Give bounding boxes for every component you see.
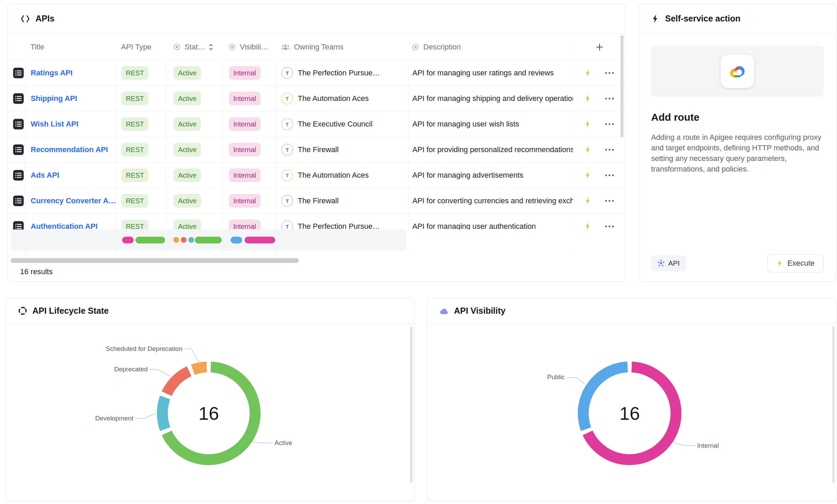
segment-label: Development	[95, 415, 133, 422]
lightning-icon	[651, 14, 660, 24]
api-entity-icon	[13, 67, 24, 79]
visibility-badge: Internal	[229, 92, 261, 105]
single-select-icon	[229, 43, 236, 50]
table-body: Ratings APIRESTActiveInternalTThe Perfec…	[8, 60, 625, 229]
row-icon-column-header	[8, 34, 25, 60]
apis-card-header: APIs	[8, 4, 625, 34]
summary-pill	[195, 237, 222, 243]
table-row[interactable]: Recommendation APIRESTActiveInternalTThe…	[8, 137, 625, 163]
api-type-badge: REST	[121, 117, 148, 131]
api-title-link[interactable]: Authentication API	[31, 222, 98, 229]
run-action-icon[interactable]	[584, 171, 592, 180]
column-header-description[interactable]: Description	[408, 34, 573, 60]
api-type-badge: REST	[121, 194, 148, 208]
status-badge: Active	[174, 168, 201, 182]
row-menu-button[interactable]	[605, 123, 614, 125]
api-title-link[interactable]: Wish List API	[31, 120, 78, 129]
segment-label: Deprecated	[114, 366, 148, 373]
run-action-icon[interactable]	[584, 94, 592, 103]
api-entity-icon	[13, 144, 24, 155]
lifecycle-card-title: API Lifecycle State	[32, 306, 109, 316]
sort-icon[interactable]	[208, 43, 214, 51]
vertical-scrollbar[interactable]	[620, 35, 623, 137]
row-menu-button[interactable]	[605, 225, 614, 228]
blueprint-chip[interactable]: API	[651, 255, 686, 271]
donut-segment-scheduled-for-deprecation[interactable]	[162, 367, 255, 460]
team-icon	[281, 43, 290, 51]
table-row[interactable]: Wish List APIRESTActiveInternalTThe Exec…	[8, 112, 625, 137]
lifecycle-chart: 16Scheduled for DeprecationDeprecatedDev…	[6, 298, 414, 501]
visibility-badge: Internal	[229, 117, 261, 131]
run-action-icon[interactable]	[584, 222, 592, 229]
table-row[interactable]: Wishlist APIRESTActiveInternalTThe Autom…	[8, 251, 625, 255]
summary-pill	[188, 237, 194, 243]
column-label: API Type	[121, 43, 151, 51]
row-menu-button[interactable]	[605, 174, 614, 177]
api-title-link[interactable]: Currency Converter A…	[31, 196, 116, 205]
api-entity-icon	[13, 195, 24, 207]
api-description: API for managing advertisements	[412, 171, 523, 180]
run-action-icon[interactable]	[584, 120, 592, 129]
column-header-title[interactable]: Title	[25, 34, 116, 60]
label-connector-line	[567, 377, 585, 384]
column-header-api-type[interactable]: API Type	[116, 34, 166, 60]
donut-segment-internal[interactable]	[583, 367, 676, 460]
api-description: API for managing user ratings and review…	[412, 69, 554, 77]
api-description: API for managing shipping and delivery o…	[412, 94, 573, 103]
api-description: API for providing personalized recommend…	[412, 145, 573, 154]
run-action-icon[interactable]	[584, 196, 592, 205]
api-title-link[interactable]: Ads API	[31, 171, 59, 180]
api-title-link[interactable]: Ratings API	[31, 69, 73, 77]
card-scrollbar[interactable]	[832, 326, 835, 483]
api-type-badge: REST	[121, 143, 148, 157]
label-connector-line	[673, 442, 695, 446]
donut-segment-deprecated[interactable]	[162, 367, 255, 460]
summary-pill	[135, 237, 165, 243]
action-logo-tile	[721, 55, 754, 88]
summary-pill	[173, 237, 179, 243]
donut-total-value: 16	[619, 403, 640, 424]
donut-segment-active[interactable]	[162, 367, 255, 460]
table-row[interactable]: Ratings APIRESTActiveInternalTThe Perfec…	[8, 60, 625, 86]
summary-pill	[122, 237, 134, 243]
table-row[interactable]: Authentication APIRESTActiveInternalTThe…	[8, 214, 625, 229]
table-row[interactable]: Shipping APIRESTActiveInternalTThe Autom…	[8, 86, 625, 112]
column-header-owning-teams[interactable]: Owning Teams	[276, 34, 408, 60]
column-label: Title	[30, 43, 44, 51]
team-name: The Firewall	[298, 145, 339, 154]
blueprint-icon	[657, 260, 665, 267]
add-column-button[interactable]	[573, 34, 626, 60]
execute-label: Execute	[788, 259, 815, 268]
donut-segment-development[interactable]	[162, 367, 255, 460]
lifecycle-chart-card: API Lifecycle State 16Scheduled for Depr…	[5, 298, 415, 501]
team-avatar: T	[281, 144, 293, 155]
visibility-card-title: API Visibility	[454, 306, 505, 316]
run-action-icon[interactable]	[584, 69, 592, 77]
table-row[interactable]: Currency Converter A…RESTActiveInternalT…	[8, 188, 625, 214]
api-type-badge: REST	[121, 220, 148, 229]
visibility-badge: Internal	[229, 194, 261, 208]
card-scrollbar[interactable]	[410, 326, 413, 483]
table-row[interactable]: Ads APIRESTActiveInternalTThe Automation…	[8, 163, 625, 188]
row-menu-button[interactable]	[605, 72, 614, 74]
row-menu-button[interactable]	[605, 148, 614, 151]
horizontal-scrollbar[interactable]	[11, 258, 299, 263]
team-name: The Executive Council	[298, 120, 372, 129]
row-menu-button[interactable]	[605, 97, 614, 100]
table-header: Title API Type Stat… Visibili…	[8, 34, 625, 60]
execute-button[interactable]: Execute	[767, 254, 824, 272]
action-card-header: Self-service action	[639, 4, 836, 34]
dashboard-page: APIs Title API Type Stat…	[0, 0, 837, 504]
column-header-visibility[interactable]: Visibili…	[222, 34, 276, 60]
action-banner	[651, 46, 824, 97]
row-menu-button[interactable]	[605, 199, 614, 202]
visibility-card-header: API Visibility	[427, 298, 837, 324]
column-header-status[interactable]: Stat…	[166, 34, 222, 60]
team-avatar: T	[281, 118, 293, 130]
donut-segment-public[interactable]	[583, 367, 676, 460]
api-title-link[interactable]: Shipping API	[31, 94, 77, 103]
api-title-link[interactable]: Recommendation API	[31, 145, 108, 154]
action-description: Adding a route in Apigee requires config…	[651, 132, 824, 174]
column-label: Owning Teams	[294, 43, 343, 51]
run-action-icon[interactable]	[584, 145, 592, 154]
